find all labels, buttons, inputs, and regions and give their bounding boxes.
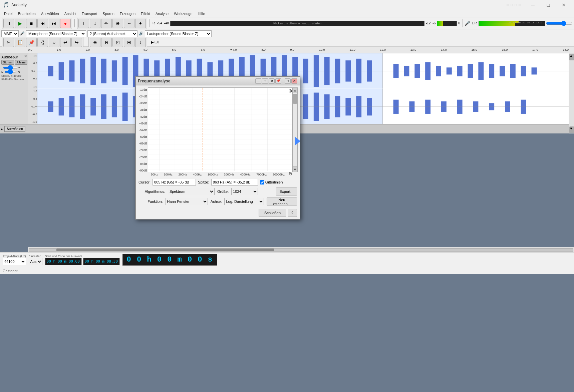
track-1-pan: L R [1, 70, 26, 73]
track-1-mute[interactable]: Stumm [1, 60, 14, 65]
mic-icon: 🎤 [465, 21, 470, 26]
restore-button[interactable]: □ [541, 0, 556, 10]
track-2-wave-svg [37, 89, 569, 124]
track-1-yscale: 1,00,50,0─-0,5-1,0 [28, 53, 37, 89]
track-1-name: Audiospur [1, 55, 26, 59]
separator [74, 19, 75, 27]
zoom-tool-button[interactable]: ⊕ [112, 19, 123, 28]
expand-icon[interactable]: ▸ [1, 127, 3, 131]
track-1-solo[interactable]: Alleine [15, 60, 27, 65]
app-title: Audacity [11, 3, 507, 7]
track-1: ✕ Audiospur Stumm Alleine - + L R Stereo… [0, 53, 569, 89]
menu-auswahlen[interactable]: Auswählen [38, 11, 62, 16]
input-meter-bar: Klicken um Überwachung zu starten [170, 21, 424, 26]
rate-select[interactable]: 44100 22050 48000 [3, 258, 26, 265]
selection-tool-button[interactable]: I [78, 19, 89, 28]
scroll-down-button[interactable]: ▼ [569, 126, 574, 133]
menu-ansicht[interactable]: Ansicht [62, 11, 79, 16]
sep4 [86, 38, 86, 46]
menu-werkzeuge[interactable]: Werkzeuge [171, 11, 195, 16]
output-device-select[interactable]: Lautsprecher (Sound Blaster Z) [145, 30, 212, 37]
paste-button[interactable]: 📌 [26, 38, 37, 47]
hscroll-thumb[interactable] [56, 249, 274, 251]
time-counter: 0 0 h 0 0 m 0 0 s [122, 254, 217, 266]
stop-button[interactable]: ■ [26, 19, 37, 28]
channels-select[interactable]: 2 (Stereo) Aufnahmek [87, 30, 137, 37]
skip-fwd-button[interactable]: ⏭ [49, 19, 59, 28]
auswahlen-button[interactable]: Auswählen [4, 126, 25, 132]
track-1-controls: ✕ Audiospur Stumm Alleine - + L R Stereo… [0, 53, 28, 89]
zoom-fit-button[interactable]: ⊞ [124, 38, 134, 47]
redo-button[interactable]: ↪ [71, 38, 82, 47]
undo-button[interactable]: ↩ [60, 38, 71, 47]
zoom-sel-button[interactable]: ⊡ [112, 38, 123, 47]
track-1-meta: Stereo, 44100Hz32-Bit-Fließkomma [1, 74, 26, 81]
scroll-up-button[interactable]: ▲ [569, 54, 574, 60]
record-volume-slider[interactable] [546, 21, 573, 26]
menu-hilfe[interactable]: Hilfe [195, 11, 208, 16]
pause-button[interactable]: ⏸ [3, 19, 14, 28]
draw-tool-button[interactable]: ✏ [101, 19, 112, 28]
track-1-close[interactable]: ✕ [24, 54, 27, 58]
ruler-labels: 0,01,02,03,04,05,06,0▼7,08,09,010,011,01… [28, 48, 569, 51]
menu-effekt[interactable]: Effekt [138, 11, 153, 16]
output-db-6: -6 [432, 21, 436, 25]
tool-buttons: I ↕ ✏ ⊕ ↔ ✦ [77, 18, 147, 29]
host-select[interactable]: MME [1, 30, 19, 37]
input-device-select[interactable]: Microphone (Sound Blaster Z) [26, 30, 86, 37]
snap-section: Einrasten Aus Ein [29, 255, 42, 265]
zoom-in-button[interactable]: ⊕ [90, 38, 100, 47]
input-db-48: -48 [164, 21, 170, 25]
close-button[interactable]: ✕ [556, 0, 571, 10]
trim-button[interactable]: ⟨⟩ [37, 38, 48, 47]
copy-button[interactable]: 📋 [15, 38, 25, 47]
hscroll-track [29, 248, 573, 252]
sel-label: Start und Ende der Auswahl [45, 255, 120, 258]
track-1-volume-slider[interactable] [3, 67, 18, 69]
track-2-waveform[interactable] [37, 89, 569, 124]
timeline-ruler: 0,01,02,03,04,05,06,0▼7,08,09,010,011,01… [0, 47, 574, 53]
track-2-yscale: 1,00,50,0─-0,5-1,0 [28, 89, 37, 124]
vertical-scrollbar[interactable]: ▲ ▼ [569, 53, 574, 133]
menu-datei[interactable]: Datei [1, 11, 15, 16]
horizontal-scrollbar[interactable] [28, 247, 574, 252]
titlebar: 🎵 Audacity ⊞⊟⊡⊞ ─ □ ✕ [0, 0, 574, 10]
input-level-meter: -54 -48 -36 -30 -24 -18 -12 -6 0 [479, 21, 545, 26]
track-list: ✕ Audiospur Stumm Alleine - + L R Stereo… [0, 53, 569, 133]
output-zero: 0 [458, 21, 461, 25]
snap-select[interactable]: Aus Ein [29, 258, 42, 265]
pan-l: L [1, 70, 3, 73]
skip-back-button[interactable]: ⏮ [37, 19, 48, 28]
auswahlen-bar: ▸ Auswählen [0, 124, 569, 133]
menu-analyse[interactable]: Analyse [153, 11, 171, 16]
track-1-wave-svg [37, 53, 569, 89]
track-1-waveform[interactable] [37, 53, 569, 89]
timeshift-tool-button[interactable]: ↔ [124, 19, 134, 28]
envelope-tool-button[interactable]: ↕ [90, 19, 100, 28]
bottom-bar: Projekt-Rate (Hz) 44100 22050 48000 Einr… [0, 252, 574, 267]
app-icon: 🎵 [3, 2, 9, 8]
track-1-pan-slider[interactable] [4, 71, 16, 73]
cut-button[interactable]: ✂ [3, 38, 14, 47]
menu-erzeugen[interactable]: Erzeugen [117, 11, 138, 16]
record-button[interactable]: ● [60, 19, 71, 28]
input-db-54: -54 [157, 21, 163, 25]
separator3 [463, 19, 463, 27]
time-display: 0 0 h 0 0 m 0 0 s [127, 256, 213, 264]
silence-button[interactable]: ○ [49, 38, 59, 47]
sel-start-input[interactable] [45, 258, 82, 265]
pan-r: R [18, 70, 20, 73]
statusbar: Gestoppt. [0, 267, 574, 274]
menu-transport[interactable]: Transport [79, 11, 100, 16]
zoom-toolbar: ✂ 📋 📌 ⟨⟩ ○ ↩ ↪ ⊕ ⊖ ⊡ ⊞ ↕ ▶ 6,0 [0, 38, 574, 47]
menu-bearbeiten[interactable]: Bearbeiten [15, 11, 38, 16]
zoom-fit-v-button[interactable]: ↕ [135, 38, 146, 47]
zoom-out-button[interactable]: ⊖ [101, 38, 112, 47]
menu-spuren[interactable]: Spuren [100, 11, 117, 16]
monitor-label: Klicken um Überwachung zu starten [273, 22, 321, 25]
play-button[interactable]: ▶ [15, 19, 25, 28]
minimize-button[interactable]: ─ [525, 0, 541, 10]
sel-end-input[interactable] [83, 258, 120, 265]
multi-tool-button[interactable]: ✦ [135, 19, 146, 28]
menubar: Datei Bearbeiten Auswählen Ansicht Trans… [0, 10, 574, 17]
